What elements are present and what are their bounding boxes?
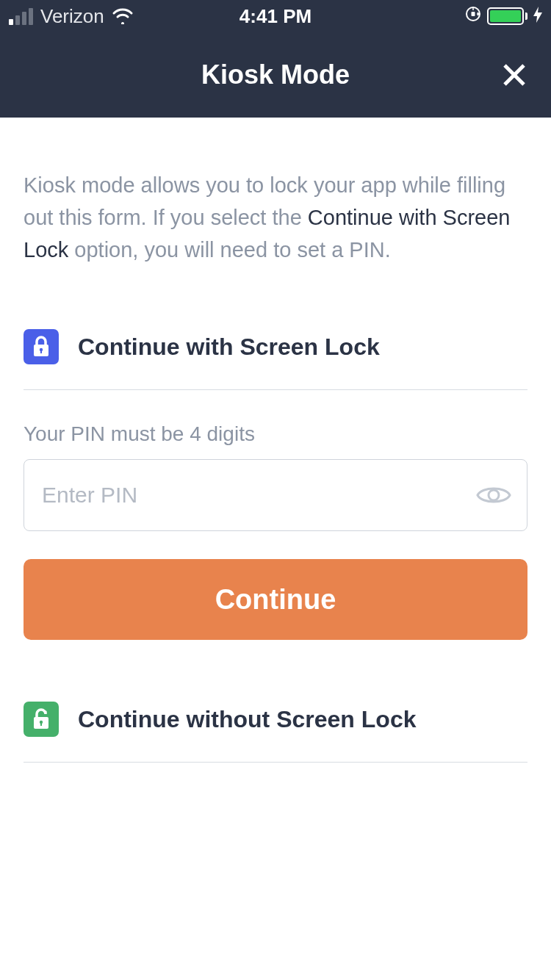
modal-header: Kiosk Mode bbox=[0, 32, 551, 118]
content-area: Kiosk mode allows you to lock your app w… bbox=[0, 169, 551, 763]
intro-part2: option, you will need to set a PIN. bbox=[68, 238, 390, 262]
svg-rect-6 bbox=[40, 350, 42, 353]
intro-text: Kiosk mode allows you to lock your app w… bbox=[24, 169, 527, 266]
charging-icon bbox=[533, 7, 542, 26]
close-icon bbox=[502, 62, 527, 87]
option-with-lock-label: Continue with Screen Lock bbox=[78, 334, 380, 361]
carrier-label: Verizon bbox=[40, 5, 104, 28]
option-with-lock-header[interactable]: Continue with Screen Lock bbox=[24, 329, 527, 390]
battery-icon bbox=[487, 7, 527, 25]
page-title: Kiosk Mode bbox=[201, 60, 350, 90]
orientation-lock-icon bbox=[465, 6, 481, 26]
signal-icon bbox=[9, 8, 33, 25]
lock-icon bbox=[24, 329, 59, 364]
unlock-icon bbox=[24, 702, 59, 737]
status-right bbox=[465, 6, 542, 26]
continue-button[interactable]: Continue bbox=[24, 559, 527, 640]
svg-rect-1 bbox=[472, 12, 475, 16]
toggle-visibility-button[interactable] bbox=[476, 478, 511, 513]
pin-hint: Your PIN must be 4 digits bbox=[24, 422, 527, 446]
pin-input-wrap bbox=[24, 459, 527, 531]
wifi-icon bbox=[112, 8, 134, 24]
option-with-lock[interactable]: Continue with Screen Lock Your PIN must … bbox=[24, 329, 527, 640]
option-without-lock[interactable]: Continue without Screen Lock bbox=[24, 702, 527, 763]
close-button[interactable] bbox=[498, 59, 530, 91]
option-without-lock-header[interactable]: Continue without Screen Lock bbox=[24, 702, 527, 763]
option-without-lock-label: Continue without Screen Lock bbox=[78, 706, 416, 733]
svg-rect-10 bbox=[40, 722, 42, 726]
eye-icon bbox=[476, 483, 511, 507]
pin-section: Your PIN must be 4 digits Continue bbox=[24, 422, 527, 640]
pin-input[interactable] bbox=[24, 459, 527, 531]
status-left: Verizon bbox=[9, 5, 134, 28]
svg-point-7 bbox=[489, 490, 499, 500]
status-time: 4:41 PM bbox=[240, 5, 311, 28]
status-bar: Verizon 4:41 PM bbox=[0, 0, 551, 32]
